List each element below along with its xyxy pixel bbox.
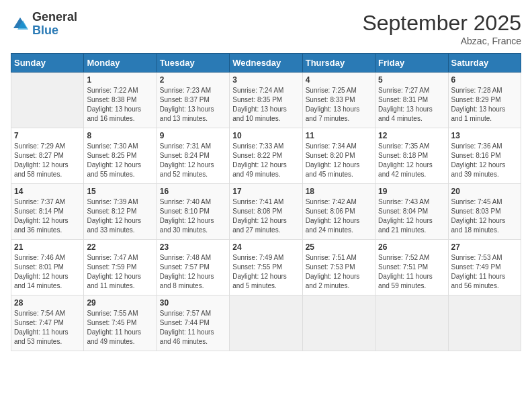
- table-row: 4Sunrise: 7:25 AMSunset: 8:33 PMDaylight…: [302, 73, 375, 128]
- table-row: [448, 295, 521, 351]
- day-info: Sunrise: 7:35 AMSunset: 8:18 PMDaylight:…: [378, 142, 445, 179]
- day-number: 17: [232, 187, 299, 196]
- table-row: 13Sunrise: 7:36 AMSunset: 8:16 PMDayligh…: [448, 128, 521, 184]
- calendar-body: 1Sunrise: 7:22 AMSunset: 8:38 PMDaylight…: [11, 73, 521, 351]
- page-header: General Blue September 2025 Abzac, Franc…: [11, 11, 521, 46]
- day-number: 30: [160, 298, 226, 308]
- month-title: September 2025: [362, 11, 521, 36]
- day-info: Sunrise: 7:53 AMSunset: 7:49 PMDaylight:…: [451, 253, 518, 291]
- table-row: 11Sunrise: 7:34 AMSunset: 8:20 PMDayligh…: [302, 128, 375, 184]
- day-number: 15: [87, 187, 153, 196]
- day-info: Sunrise: 7:55 AMSunset: 7:45 PMDaylight:…: [87, 309, 153, 347]
- table-row: 22Sunrise: 7:47 AMSunset: 7:59 PMDayligh…: [84, 240, 157, 295]
- day-number: 24: [232, 242, 299, 252]
- day-number: 2: [160, 75, 226, 85]
- day-number: 29: [87, 298, 153, 308]
- col-tuesday: Tuesday: [157, 54, 229, 73]
- table-row: 21Sunrise: 7:46 AMSunset: 8:01 PMDayligh…: [11, 240, 84, 295]
- table-row: 19Sunrise: 7:43 AMSunset: 8:04 PMDayligh…: [375, 184, 448, 240]
- table-row: 17Sunrise: 7:41 AMSunset: 8:08 PMDayligh…: [230, 184, 302, 240]
- day-number: 23: [160, 242, 226, 252]
- table-row: 8Sunrise: 7:30 AMSunset: 8:25 PMDaylight…: [84, 128, 157, 184]
- day-number: 6: [451, 75, 518, 85]
- day-info: Sunrise: 7:57 AMSunset: 7:44 PMDaylight:…: [160, 309, 226, 347]
- location: Abzac, France: [362, 36, 521, 46]
- table-row: 15Sunrise: 7:39 AMSunset: 8:12 PMDayligh…: [84, 184, 157, 240]
- logo: General Blue: [11, 11, 77, 38]
- day-number: 7: [14, 131, 81, 140]
- table-row: 2Sunrise: 7:23 AMSunset: 8:37 PMDaylight…: [157, 73, 229, 128]
- table-row: 23Sunrise: 7:48 AMSunset: 7:57 PMDayligh…: [157, 240, 229, 295]
- day-number: 27: [451, 242, 518, 252]
- table-row: 16Sunrise: 7:40 AMSunset: 8:10 PMDayligh…: [157, 184, 229, 240]
- day-number: 16: [160, 187, 226, 196]
- day-info: Sunrise: 7:22 AMSunset: 8:38 PMDaylight:…: [87, 86, 153, 124]
- table-row: 25Sunrise: 7:51 AMSunset: 7:53 PMDayligh…: [302, 240, 375, 295]
- day-number: 18: [306, 187, 372, 196]
- table-row: 7Sunrise: 7:29 AMSunset: 8:27 PMDaylight…: [11, 128, 84, 184]
- table-row: 9Sunrise: 7:31 AMSunset: 8:24 PMDaylight…: [157, 128, 229, 184]
- table-row: 6Sunrise: 7:28 AMSunset: 8:29 PMDaylight…: [448, 73, 521, 128]
- day-number: 14: [14, 187, 81, 196]
- col-saturday: Saturday: [448, 54, 521, 73]
- title-block: September 2025 Abzac, France: [362, 11, 521, 46]
- table-row: [302, 295, 375, 351]
- table-row: 20Sunrise: 7:45 AMSunset: 8:03 PMDayligh…: [448, 184, 521, 240]
- calendar-header: Sunday Monday Tuesday Wednesday Thursday…: [11, 54, 521, 73]
- day-info: Sunrise: 7:45 AMSunset: 8:03 PMDaylight:…: [451, 197, 518, 235]
- col-sunday: Sunday: [11, 54, 84, 73]
- table-row: 24Sunrise: 7:49 AMSunset: 7:55 PMDayligh…: [230, 240, 302, 295]
- col-thursday: Thursday: [302, 54, 375, 73]
- day-info: Sunrise: 7:51 AMSunset: 7:53 PMDaylight:…: [306, 253, 372, 291]
- day-info: Sunrise: 7:36 AMSunset: 8:16 PMDaylight:…: [451, 142, 518, 179]
- day-number: 8: [87, 131, 153, 140]
- day-number: 1: [87, 75, 153, 85]
- day-info: Sunrise: 7:42 AMSunset: 8:06 PMDaylight:…: [306, 197, 372, 235]
- day-info: Sunrise: 7:47 AMSunset: 7:59 PMDaylight:…: [87, 253, 153, 291]
- day-info: Sunrise: 7:27 AMSunset: 8:31 PMDaylight:…: [378, 86, 445, 124]
- table-row: 30Sunrise: 7:57 AMSunset: 7:44 PMDayligh…: [157, 295, 229, 351]
- logo-icon: [11, 15, 30, 34]
- day-info: Sunrise: 7:52 AMSunset: 7:51 PMDaylight:…: [378, 253, 445, 291]
- day-info: Sunrise: 7:24 AMSunset: 8:35 PMDaylight:…: [232, 86, 299, 124]
- table-row: 27Sunrise: 7:53 AMSunset: 7:49 PMDayligh…: [448, 240, 521, 295]
- table-row: 1Sunrise: 7:22 AMSunset: 8:38 PMDaylight…: [84, 73, 157, 128]
- table-row: 3Sunrise: 7:24 AMSunset: 8:35 PMDaylight…: [230, 73, 302, 128]
- day-info: Sunrise: 7:49 AMSunset: 7:55 PMDaylight:…: [232, 253, 299, 291]
- day-info: Sunrise: 7:48 AMSunset: 7:57 PMDaylight:…: [160, 253, 226, 291]
- day-info: Sunrise: 7:41 AMSunset: 8:08 PMDaylight:…: [232, 197, 299, 235]
- day-info: Sunrise: 7:46 AMSunset: 8:01 PMDaylight:…: [14, 253, 81, 291]
- day-number: 12: [378, 131, 445, 140]
- day-info: Sunrise: 7:30 AMSunset: 8:25 PMDaylight:…: [87, 142, 153, 179]
- day-info: Sunrise: 7:43 AMSunset: 8:04 PMDaylight:…: [378, 197, 445, 235]
- logo-general: General: [32, 10, 77, 24]
- table-row: 29Sunrise: 7:55 AMSunset: 7:45 PMDayligh…: [84, 295, 157, 351]
- day-info: Sunrise: 7:54 AMSunset: 7:47 PMDaylight:…: [14, 309, 81, 347]
- day-info: Sunrise: 7:29 AMSunset: 8:27 PMDaylight:…: [14, 142, 81, 179]
- day-info: Sunrise: 7:25 AMSunset: 8:33 PMDaylight:…: [306, 86, 372, 124]
- day-info: Sunrise: 7:39 AMSunset: 8:12 PMDaylight:…: [87, 197, 153, 235]
- day-number: 3: [232, 75, 299, 85]
- day-number: 5: [378, 75, 445, 85]
- logo-text: General Blue: [32, 11, 77, 38]
- day-number: 19: [378, 187, 445, 196]
- table-row: 10Sunrise: 7:33 AMSunset: 8:22 PMDayligh…: [230, 128, 302, 184]
- table-row: 12Sunrise: 7:35 AMSunset: 8:18 PMDayligh…: [375, 128, 448, 184]
- day-number: 13: [451, 131, 518, 140]
- day-number: 9: [160, 131, 226, 140]
- table-row: [230, 295, 302, 351]
- table-row: 14Sunrise: 7:37 AMSunset: 8:14 PMDayligh…: [11, 184, 84, 240]
- day-number: 10: [232, 131, 299, 140]
- day-info: Sunrise: 7:28 AMSunset: 8:29 PMDaylight:…: [451, 86, 518, 124]
- day-number: 21: [14, 242, 81, 252]
- table-row: 5Sunrise: 7:27 AMSunset: 8:31 PMDaylight…: [375, 73, 448, 128]
- day-number: 4: [306, 75, 372, 85]
- calendar-table: Sunday Monday Tuesday Wednesday Thursday…: [11, 53, 521, 351]
- logo-blue: Blue: [32, 24, 58, 37]
- day-info: Sunrise: 7:37 AMSunset: 8:14 PMDaylight:…: [14, 197, 81, 235]
- table-row: [375, 295, 448, 351]
- day-info: Sunrise: 7:40 AMSunset: 8:10 PMDaylight:…: [160, 197, 226, 235]
- day-number: 22: [87, 242, 153, 252]
- day-info: Sunrise: 7:31 AMSunset: 8:24 PMDaylight:…: [160, 142, 226, 179]
- table-row: 26Sunrise: 7:52 AMSunset: 7:51 PMDayligh…: [375, 240, 448, 295]
